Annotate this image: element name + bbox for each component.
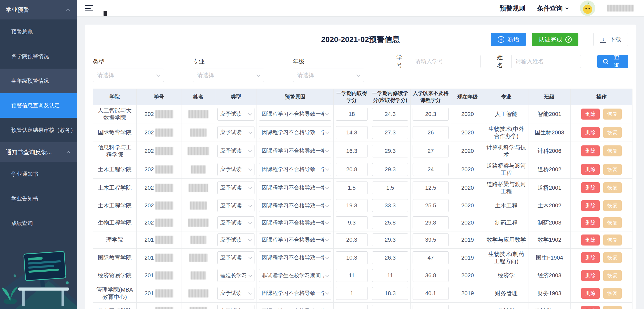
sidebar-item[interactable]: 预警信息查询及认定 bbox=[0, 93, 77, 118]
search-button[interactable]: 查询 bbox=[597, 55, 628, 68]
delete-button[interactable]: 删除 bbox=[581, 270, 600, 281]
reason-cell-select[interactable]: 因课程学习不合格导致一学 bbox=[259, 163, 331, 176]
reason-cell-select[interactable]: 因课程学习不合格导致一学 bbox=[259, 251, 331, 264]
type-cell-select[interactable]: 需延长学习 bbox=[217, 269, 254, 282]
restore-button[interactable]: 恢复 bbox=[603, 217, 622, 228]
topbar-link-warning-rules[interactable]: 预警规则 bbox=[500, 4, 525, 13]
menu-collapse-icon[interactable] bbox=[85, 5, 93, 11]
restore-button[interactable]: 恢复 bbox=[603, 200, 622, 211]
credits-earned-input[interactable] bbox=[336, 108, 368, 121]
type-cell-select[interactable]: 应予试读 bbox=[217, 287, 254, 300]
type-cell-select[interactable]: 应予试读 bbox=[217, 182, 254, 194]
avatar[interactable] bbox=[580, 1, 595, 16]
grade-select[interactable]: 请选择 bbox=[293, 69, 364, 82]
credits-earned-input[interactable] bbox=[336, 251, 368, 264]
certify-complete-button[interactable]: 认证完成 bbox=[532, 33, 578, 46]
credits-failed-input[interactable] bbox=[413, 251, 449, 264]
credits-earned-input[interactable] bbox=[336, 287, 368, 300]
credits-taken-input[interactable] bbox=[372, 305, 408, 309]
credits-taken-input[interactable] bbox=[372, 287, 408, 300]
credits-earned-input[interactable] bbox=[336, 305, 368, 309]
credits-earned-input[interactable] bbox=[336, 182, 368, 194]
delete-button[interactable]: 删除 bbox=[581, 200, 600, 211]
restore-button[interactable]: 恢复 bbox=[603, 235, 622, 246]
credits-failed-input[interactable] bbox=[413, 199, 449, 212]
type-cell-select[interactable]: 应予试读 bbox=[217, 216, 254, 229]
sidebar-item[interactable]: 各年级预警情况 bbox=[0, 69, 77, 93]
credits-failed-input[interactable] bbox=[413, 216, 449, 229]
credits-taken-input[interactable] bbox=[372, 233, 408, 246]
credits-earned-input[interactable] bbox=[336, 233, 368, 246]
credits-failed-input[interactable] bbox=[413, 145, 449, 157]
type-cell-select[interactable]: 应予试读 bbox=[217, 163, 254, 176]
credits-failed-input[interactable] bbox=[413, 182, 449, 194]
restore-button[interactable]: 恢复 bbox=[603, 109, 622, 120]
credits-taken-input[interactable] bbox=[372, 216, 408, 229]
sidebar-item[interactable]: 各学院预警情况 bbox=[0, 44, 77, 69]
type-cell-select[interactable]: 应予试读 bbox=[217, 108, 254, 121]
student-id-input[interactable] bbox=[411, 55, 481, 68]
sidebar-item[interactable]: 学业通知书 bbox=[0, 162, 77, 186]
credits-earned-input[interactable] bbox=[336, 163, 368, 176]
download-button[interactable]: 下载 bbox=[593, 33, 628, 46]
credits-failed-input[interactable] bbox=[413, 269, 449, 282]
credits-taken-input[interactable] bbox=[372, 269, 408, 282]
credits-taken-input[interactable] bbox=[372, 251, 408, 264]
delete-button[interactable]: 删除 bbox=[581, 145, 600, 156]
reason-cell-select[interactable]: 因课程学习不合格导致一学 bbox=[259, 305, 331, 309]
credits-earned-input[interactable] bbox=[336, 269, 368, 282]
restore-button[interactable]: 恢复 bbox=[603, 252, 622, 263]
credits-failed-input[interactable] bbox=[413, 233, 449, 246]
delete-button[interactable]: 删除 bbox=[581, 164, 600, 175]
reason-cell-select[interactable]: 因课程学习不合格导致一学 bbox=[259, 108, 331, 121]
add-button[interactable]: 新增 bbox=[491, 33, 526, 46]
reason-cell-select[interactable]: 因课程学习不合格导致一学 bbox=[259, 126, 331, 139]
restore-button[interactable]: 恢复 bbox=[603, 270, 622, 281]
topbar-link-condition-query[interactable]: 条件查询 bbox=[537, 4, 568, 13]
delete-button[interactable]: 删除 bbox=[581, 182, 600, 193]
type-cell-select[interactable]: 应予试读 bbox=[217, 145, 254, 157]
credits-taken-input[interactable] bbox=[372, 145, 408, 157]
credits-taken-input[interactable] bbox=[372, 108, 408, 121]
name-input[interactable] bbox=[511, 55, 581, 68]
restore-button[interactable]: 恢复 bbox=[603, 306, 622, 309]
reason-cell-select[interactable]: 因课程学习不合格导致一学 bbox=[259, 199, 331, 212]
delete-button[interactable]: 删除 bbox=[581, 217, 600, 228]
type-cell-select[interactable]: 应予试读 bbox=[217, 199, 254, 212]
sidebar-group-0[interactable]: 学业预警 bbox=[0, 0, 77, 19]
delete-button[interactable]: 删除 bbox=[581, 235, 600, 246]
delete-button[interactable]: 删除 bbox=[581, 306, 600, 309]
credits-failed-input[interactable] bbox=[413, 108, 449, 121]
delete-button[interactable]: 删除 bbox=[581, 109, 600, 120]
restore-button[interactable]: 恢复 bbox=[603, 164, 622, 175]
reason-cell-select[interactable]: 因课程学习不合格导致一学 bbox=[259, 182, 331, 194]
restore-button[interactable]: 恢复 bbox=[603, 182, 622, 193]
credits-earned-input[interactable] bbox=[336, 199, 368, 212]
type-select[interactable]: 请选择 bbox=[93, 69, 164, 82]
reason-cell-select[interactable]: 非试读学生在校学习期间， bbox=[259, 269, 331, 282]
sidebar-item[interactable]: 预警总览 bbox=[0, 19, 77, 44]
credits-taken-input[interactable] bbox=[372, 126, 408, 139]
credits-taken-input[interactable] bbox=[372, 163, 408, 176]
sidebar-item[interactable]: 学业告知书 bbox=[0, 186, 77, 211]
credits-failed-input[interactable] bbox=[413, 287, 449, 300]
sidebar-item[interactable]: 预警认定结果审核（教务） bbox=[0, 118, 77, 142]
credits-earned-input[interactable] bbox=[336, 216, 368, 229]
delete-button[interactable]: 删除 bbox=[581, 288, 600, 299]
reason-cell-select[interactable]: 因课程学习不合格导致一学 bbox=[259, 216, 331, 229]
type-cell-select[interactable]: 应予试读 bbox=[217, 251, 254, 264]
restore-button[interactable]: 恢复 bbox=[603, 145, 622, 156]
delete-button[interactable]: 删除 bbox=[581, 252, 600, 263]
credits-earned-input[interactable] bbox=[336, 145, 368, 157]
major-select[interactable]: 请选择 bbox=[193, 69, 264, 82]
sidebar-item[interactable]: 成绩查询 bbox=[0, 211, 77, 236]
delete-button[interactable]: 删除 bbox=[581, 127, 600, 138]
type-cell-select[interactable]: 应予试读 bbox=[217, 126, 254, 139]
reason-cell-select[interactable]: 因课程学习不合格导致一学 bbox=[259, 145, 331, 157]
credits-taken-input[interactable] bbox=[372, 199, 408, 212]
credits-failed-input[interactable] bbox=[413, 126, 449, 139]
restore-button[interactable]: 恢复 bbox=[603, 127, 622, 138]
type-cell-select[interactable]: 应予试读 bbox=[217, 233, 254, 246]
credits-failed-input[interactable] bbox=[413, 305, 449, 309]
credits-earned-input[interactable] bbox=[336, 126, 368, 139]
